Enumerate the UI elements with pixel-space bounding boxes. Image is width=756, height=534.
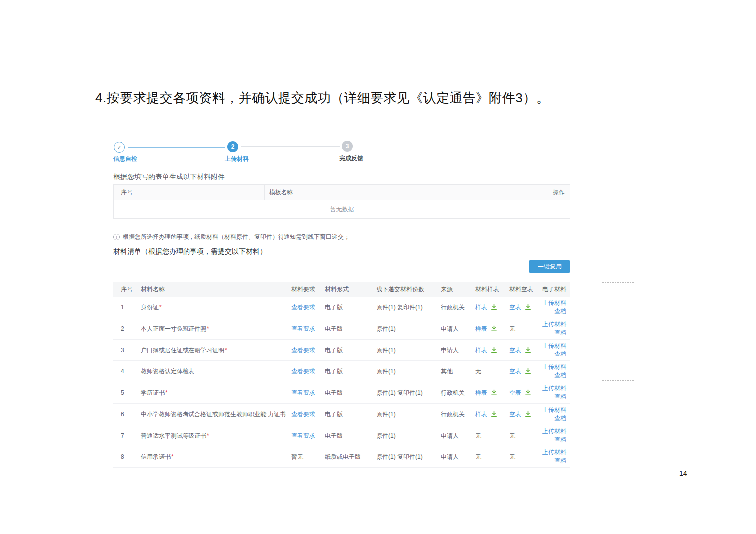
form-download-link[interactable]: 空表 (509, 304, 521, 311)
cell-serial: 5 (113, 382, 136, 404)
form-download-link[interactable]: 空表 (509, 411, 521, 418)
download-icon[interactable] (491, 411, 497, 417)
upload-material-link[interactable]: 上传材料 (540, 406, 566, 414)
cell-serial: 8 (113, 446, 136, 468)
material-name-text: 学历证书 (141, 389, 165, 396)
download-icon[interactable] (491, 389, 497, 396)
annotation-dash-right-2 (634, 282, 634, 380)
annotation-dash-bottom-1 (602, 277, 633, 277)
one-click-reuse-button[interactable]: 一键复用 (529, 260, 570, 273)
view-requirement-link[interactable]: 查看要求 (291, 432, 315, 439)
step-label-finish-feedback: 完成反馈 (339, 154, 363, 163)
download-icon[interactable] (491, 347, 497, 353)
requirement-none-text: 暂无 (291, 453, 303, 460)
cell-material-name: 本人正面一寸免冠证件照* (136, 318, 286, 340)
check-icon: ✓ (117, 144, 121, 151)
cell-copies: 原件(1) (372, 340, 436, 361)
form-none-text: 无 (475, 368, 481, 375)
form-download-link[interactable]: 空表 (509, 368, 521, 375)
cell-copies: 原件(1) 复印件(1) (372, 297, 436, 318)
upload-material-link[interactable]: 上传材料 (540, 320, 566, 329)
cell-copies: 原件(1) (372, 318, 436, 340)
check-archive-link[interactable]: 查档 (540, 457, 566, 465)
cell-requirement: 查看要求 (286, 318, 320, 340)
download-icon[interactable] (525, 389, 531, 396)
material-row: 7普通话水平测试等级证书*查看要求电子版原件(1)申请人无无上传材料查档 (113, 425, 570, 446)
step-label-upload-materials: 上传材料 (225, 155, 249, 163)
material-row: 6中小学教师资格考试合格证或师范生教师职业能 力证书*查看要求电子版原件(1)行… (113, 404, 570, 425)
material-name-text: 普通话水平测试等级证书 (141, 432, 206, 439)
check-archive-link[interactable]: 查档 (540, 371, 566, 380)
upload-material-link[interactable]: 上传材料 (540, 342, 566, 350)
cell-sample-form: 无 (471, 361, 504, 382)
check-archive-link[interactable]: 查档 (540, 307, 566, 316)
cell-material-name: 中小学教师资格考试合格证或师范生教师职业能 力证书* (136, 404, 286, 425)
material-name-text: 户口簿或居住证或在籍学习证明 (141, 347, 224, 354)
view-requirement-link[interactable]: 查看要求 (291, 347, 315, 354)
cell-sample-form: 样表 (471, 297, 504, 318)
step-label-info-check: 信息自检 (113, 155, 137, 163)
material-row: 3户口簿或居住证或在籍学习证明*查看要求电子版原件(1)申请人样表空表上传材料查… (113, 340, 570, 361)
cell-form: 电子版 (320, 361, 372, 382)
download-icon[interactable] (525, 347, 531, 353)
upload-material-link[interactable]: 上传材料 (540, 427, 566, 436)
form-download-link[interactable]: 样表 (475, 389, 487, 396)
view-requirement-link[interactable]: 查看要求 (291, 325, 315, 332)
annotation-dash-top (91, 134, 633, 134)
download-icon[interactable] (491, 325, 497, 332)
material-name-text: 身份证 (141, 304, 159, 311)
cell-blank-form: 空表 (504, 382, 540, 404)
step-2-number: 2 (231, 143, 235, 150)
download-icon[interactable] (525, 304, 531, 310)
upload-material-link[interactable]: 上传材料 (540, 448, 566, 457)
view-requirement-link[interactable]: 查看要求 (291, 368, 315, 375)
form-download-link[interactable]: 样表 (475, 304, 487, 311)
cell-electronic: 上传材料查档 (540, 446, 570, 468)
download-icon[interactable] (491, 304, 497, 310)
form-download-link[interactable]: 空表 (509, 347, 521, 354)
form-download-link[interactable]: 空表 (509, 389, 521, 396)
cell-blank-form: 无 (504, 425, 540, 446)
cell-sample-form: 样表 (471, 404, 504, 425)
cell-source: 申请人 (436, 340, 471, 361)
cell-material-name: 学历证书* (136, 382, 286, 404)
view-requirement-link[interactable]: 查看要求 (291, 411, 315, 418)
cell-serial: 4 (113, 361, 136, 382)
check-archive-link[interactable]: 查档 (540, 414, 566, 423)
cell-material-name: 身份证* (136, 297, 286, 318)
cell-serial: 2 (113, 318, 136, 340)
cell-material-name: 户口簿或居住证或在籍学习证明* (136, 340, 286, 361)
required-asterisk: * (165, 389, 168, 396)
view-requirement-link[interactable]: 查看要求 (291, 389, 315, 396)
cell-copies: 原件(1) (372, 404, 436, 425)
cell-source: 行政机关 (436, 297, 471, 318)
cell-material-name: 信用承诺书* (136, 446, 286, 468)
cell-sample-form: 样表 (471, 318, 504, 340)
upload-material-link[interactable]: 上传材料 (540, 384, 566, 393)
header-electronic-material: 电子材料 (540, 282, 570, 297)
header-sample-form: 材料样表 (471, 282, 504, 297)
info-icon: ! (113, 234, 120, 240)
material-name-text: 中小学教师资格考试合格证或师范生教师职业能 力证书 (141, 411, 285, 418)
view-requirement-link[interactable]: 查看要求 (291, 304, 315, 311)
header-material-name: 材料名称 (136, 282, 286, 297)
download-icon[interactable] (525, 411, 531, 417)
required-asterisk: * (286, 411, 286, 418)
header-material-form: 材料形式 (320, 282, 372, 297)
form-download-link[interactable]: 样表 (475, 325, 487, 332)
upload-material-link[interactable]: 上传材料 (540, 299, 566, 307)
cell-source: 行政机关 (436, 382, 471, 404)
check-archive-link[interactable]: 查档 (540, 350, 566, 358)
form-download-link[interactable]: 样表 (475, 347, 487, 354)
check-archive-link[interactable]: 查档 (540, 329, 566, 337)
check-archive-link[interactable]: 查档 (540, 393, 566, 401)
form-none-text: 无 (509, 325, 515, 332)
download-icon[interactable] (525, 368, 531, 374)
upload-material-link[interactable]: 上传材料 (540, 363, 566, 371)
required-asterisk: * (225, 347, 227, 354)
material-name-text: 本人正面一寸免冠证件照 (141, 325, 206, 332)
check-archive-link[interactable]: 查档 (540, 436, 566, 444)
material-row: 8信用承诺书*暂无纸质或电子版原件(1) 复印件(1)申请人无无上传材料查档 (113, 446, 570, 468)
form-download-link[interactable]: 样表 (475, 411, 487, 418)
header-source: 来源 (436, 282, 471, 297)
